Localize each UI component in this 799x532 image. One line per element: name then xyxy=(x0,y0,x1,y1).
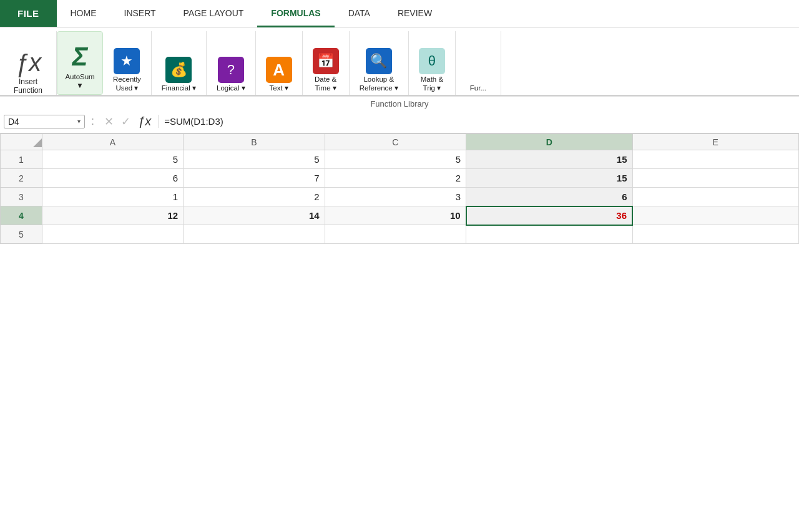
ribbon-group-more: Fur... xyxy=(456,31,501,95)
tab-review-label: REVIEW xyxy=(398,8,432,18)
col-header-a[interactable]: A xyxy=(42,134,183,150)
formula-input[interactable] xyxy=(159,115,799,128)
tab-file[interactable]: FILE xyxy=(0,0,57,27)
math-label: Math & Trig ▾ xyxy=(421,75,443,93)
datetime-inner: 📅 Date & Time ▾ xyxy=(309,34,343,95)
cell-e3[interactable] xyxy=(632,188,798,206)
col-header-c[interactable]: C xyxy=(325,134,466,150)
lookup-button[interactable]: 🔍 Lookup & Reference ▾ xyxy=(356,46,402,95)
cell-d5[interactable] xyxy=(466,225,632,244)
tab-formulas-label: FORMULAS xyxy=(271,8,320,18)
lookup-icon: 🔍 xyxy=(366,48,392,74)
function-library-label: Function Library xyxy=(0,96,799,110)
cell-a3[interactable]: 1 xyxy=(42,188,183,206)
cell-d2[interactable]: 15 xyxy=(466,169,632,188)
math-inner: θ Math & Trig ▾ xyxy=(415,34,449,95)
insert-function-button[interactable]: ƒx Insert Function xyxy=(6,47,50,95)
autosum-icon: Σ xyxy=(65,42,95,72)
col-header-d[interactable]: D xyxy=(466,134,632,150)
insert-fn-group-inner: ƒx Insert Function xyxy=(6,34,50,95)
text-label: Text ▾ xyxy=(269,84,288,93)
tab-home[interactable]: HOME xyxy=(57,0,110,27)
logical-button[interactable]: ? Logical ▾ xyxy=(213,55,249,95)
tab-formulas[interactable]: FORMULAS xyxy=(257,0,334,27)
financial-inner: 💰 Financial ▾ xyxy=(158,34,200,95)
cell-c1[interactable]: 5 xyxy=(325,150,466,169)
insert-function-bar-button[interactable]: ƒx xyxy=(135,114,154,128)
row-header-2[interactable]: 2 xyxy=(1,169,42,188)
cell-b2[interactable]: 7 xyxy=(184,169,325,188)
cell-a5[interactable] xyxy=(42,225,183,244)
row-header-5[interactable]: 5 xyxy=(1,225,42,244)
cancel-formula-button[interactable]: ✕ xyxy=(102,115,116,128)
cell-e5[interactable] xyxy=(632,225,798,244)
text-button[interactable]: A Text ▾ xyxy=(262,55,296,95)
cell-b4[interactable]: 14 xyxy=(184,206,325,225)
tab-insert[interactable]: INSERT xyxy=(110,0,170,27)
logical-inner: ? Logical ▾ xyxy=(213,34,249,95)
col-header-b[interactable]: B xyxy=(184,134,325,150)
tab-data-label: DATA xyxy=(348,8,370,18)
row-header-3[interactable]: 3 xyxy=(1,188,42,206)
table-row: 5 xyxy=(1,225,799,244)
ribbon-group-datetime: 📅 Date & Time ▾ xyxy=(303,31,350,95)
datetime-label: Date & Time ▾ xyxy=(315,75,336,93)
cell-b5[interactable] xyxy=(184,225,325,244)
row-header-1[interactable]: 1 xyxy=(1,150,42,169)
math-button[interactable]: θ Math & Trig ▾ xyxy=(415,46,449,95)
autosum-button[interactable]: Σ AutoSum ▼ xyxy=(60,39,100,93)
cell-d4[interactable]: 36 xyxy=(466,206,632,225)
cell-a4[interactable]: 12 xyxy=(42,206,183,225)
table-row: 4 12 14 10 36 xyxy=(1,206,799,225)
more-inner: Fur... xyxy=(462,34,494,95)
tab-page-layout-label: PAGE LAYOUT xyxy=(184,8,244,18)
cell-e4[interactable] xyxy=(632,206,798,225)
financial-label: Financial ▾ xyxy=(162,84,196,93)
datetime-button[interactable]: 📅 Date & Time ▾ xyxy=(309,46,343,95)
recently-inner: ★ Recently Used ▾ xyxy=(109,34,145,95)
recently-used-button[interactable]: ★ Recently Used ▾ xyxy=(109,46,145,95)
cell-c5[interactable] xyxy=(325,225,466,244)
tab-insert-label: INSERT xyxy=(124,8,156,18)
ribbon-group-math: θ Math & Trig ▾ xyxy=(409,31,456,95)
ribbon-tabs: FILE HOME INSERT PAGE LAYOUT FORMULAS DA… xyxy=(0,0,799,27)
cell-c3[interactable]: 3 xyxy=(325,188,466,206)
ribbon-group-logical: ? Logical ▾ xyxy=(207,31,256,95)
cell-d1[interactable]: 15 xyxy=(466,150,632,169)
tab-page-layout[interactable]: PAGE LAYOUT xyxy=(170,0,258,27)
more-functions-button[interactable]: Fur... xyxy=(462,81,494,95)
name-box[interactable]: D4 ▾ xyxy=(4,115,85,128)
spreadsheet: A B C D E 1 5 5 5 15 2 6 7 2 xyxy=(0,133,799,244)
cell-e1[interactable] xyxy=(632,150,798,169)
cell-c4[interactable]: 10 xyxy=(325,206,466,225)
tab-review[interactable]: REVIEW xyxy=(384,0,446,27)
formula-bar-separator: : xyxy=(91,115,94,128)
corner-triangle xyxy=(33,138,42,147)
col-header-e[interactable]: E xyxy=(632,134,798,150)
cell-d3[interactable]: 6 xyxy=(466,188,632,206)
table-row: 2 6 7 2 15 xyxy=(1,169,799,188)
table-row: 1 5 5 5 15 xyxy=(1,150,799,169)
recently-used-label: Recently Used ▾ xyxy=(113,75,141,93)
cell-a1[interactable]: 5 xyxy=(42,150,183,169)
ribbon-group-autosum: Σ AutoSum ▼ xyxy=(57,31,103,95)
lookup-label: Lookup & Reference ▾ xyxy=(360,75,398,93)
cell-e2[interactable] xyxy=(632,169,798,188)
cell-c2[interactable]: 2 xyxy=(325,169,466,188)
fx-icon: ƒx xyxy=(15,50,41,75)
math-icon: θ xyxy=(419,48,445,74)
row-header-4[interactable]: 4 xyxy=(1,206,42,225)
formula-bar: D4 ▾ : ✕ ✓ ƒx xyxy=(0,110,799,133)
tab-home-label: HOME xyxy=(71,8,97,18)
confirm-formula-button[interactable]: ✓ xyxy=(119,115,133,128)
tab-data[interactable]: DATA xyxy=(335,0,384,27)
logical-icon: ? xyxy=(218,57,244,83)
cell-a2[interactable]: 6 xyxy=(42,169,183,188)
datetime-icon: 📅 xyxy=(313,48,339,74)
cell-b3[interactable]: 2 xyxy=(184,188,325,206)
table-row: 3 1 2 3 6 xyxy=(1,188,799,206)
cell-b1[interactable]: 5 xyxy=(184,150,325,169)
autosum-inner: Σ AutoSum ▼ xyxy=(60,33,100,93)
financial-button[interactable]: 💰 Financial ▾ xyxy=(158,55,200,95)
name-box-value: D4 xyxy=(8,117,19,127)
